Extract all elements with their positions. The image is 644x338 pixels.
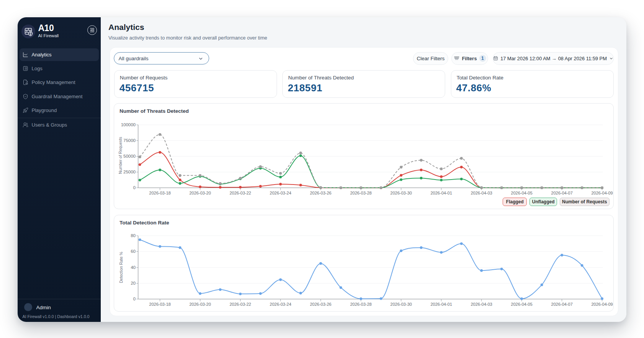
svg-text:2026-03-20: 2026-03-20	[189, 302, 211, 307]
svg-text:Detection Rate %: Detection Rate %	[119, 252, 123, 283]
svg-text:0: 0	[133, 297, 136, 301]
svg-text:2026-03-22: 2026-03-22	[229, 191, 251, 195]
svg-text:2026-04-01: 2026-04-01	[431, 191, 452, 195]
svg-text:2026-03-18: 2026-03-18	[149, 302, 170, 307]
svg-text:2026-04-05: 2026-04-05	[511, 302, 533, 307]
svg-text:80: 80	[131, 233, 136, 238]
svg-text:2026-03-30: 2026-03-30	[390, 191, 412, 195]
svg-text:Number of Requests: Number of Requests	[118, 137, 123, 174]
svg-text:60: 60	[131, 249, 136, 254]
svg-text:2026-03-20: 2026-03-20	[189, 191, 211, 195]
svg-text:2026-03-18: 2026-03-18	[149, 191, 170, 195]
svg-text:50000: 50000	[123, 154, 136, 158]
svg-text:0: 0	[133, 185, 136, 190]
svg-text:2026-03-28: 2026-03-28	[350, 191, 372, 195]
svg-text:2026-04-03: 2026-04-03	[471, 191, 492, 195]
svg-text:40: 40	[131, 265, 136, 270]
svg-text:2026-04-09: 2026-04-09	[591, 191, 613, 195]
svg-text:75000: 75000	[123, 138, 136, 143]
svg-text:2026-03-24: 2026-03-24	[270, 191, 291, 195]
svg-text:2026-03-30: 2026-03-30	[390, 302, 412, 307]
svg-text:2026-03-28: 2026-03-28	[350, 302, 372, 307]
svg-text:20: 20	[131, 281, 136, 285]
svg-text:2026-03-26: 2026-03-26	[310, 302, 331, 307]
svg-text:2026-04-09: 2026-04-09	[591, 302, 613, 307]
svg-text:100000: 100000	[121, 122, 136, 127]
svg-text:2026-03-22: 2026-03-22	[229, 302, 251, 307]
svg-text:2026-04-01: 2026-04-01	[431, 302, 452, 307]
svg-text:2026-04-03: 2026-04-03	[471, 302, 492, 307]
svg-text:2026-04-05: 2026-04-05	[511, 191, 533, 195]
svg-text:2026-04-07: 2026-04-07	[551, 191, 573, 195]
svg-text:2026-03-26: 2026-03-26	[310, 191, 331, 195]
svg-text:2026-04-07: 2026-04-07	[551, 302, 573, 307]
svg-text:2026-03-24: 2026-03-24	[270, 302, 291, 307]
svg-text:25000: 25000	[123, 170, 136, 174]
